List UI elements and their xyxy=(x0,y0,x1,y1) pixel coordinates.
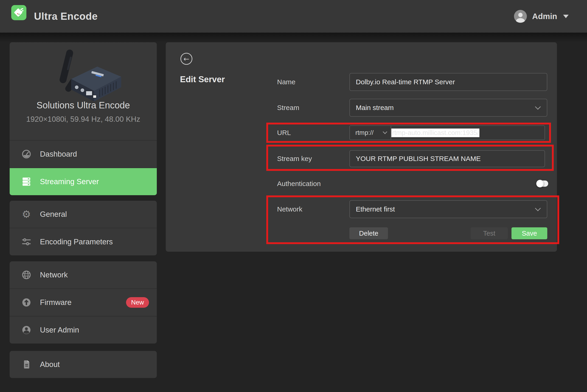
sidebar-panel-general: ⚙ General Encoding Parameters xyxy=(10,201,157,255)
user-name: Admin xyxy=(532,12,557,21)
chevron-down-icon xyxy=(535,104,541,110)
upload-circle-icon xyxy=(21,297,32,308)
app-logo-icon xyxy=(11,5,26,20)
sidebar-item-label: Streaming Server xyxy=(40,177,99,186)
network-select-value: Ethernet first xyxy=(350,205,536,213)
stream-key-input[interactable] xyxy=(350,155,545,162)
ultra-encode-app: Ultra Encode Admin xyxy=(0,0,587,392)
server-icon xyxy=(21,176,32,187)
globe-icon xyxy=(21,270,32,280)
sidebar-panel-network: Network Firmware New User Admin xyxy=(10,261,157,344)
sidebar-item-about[interactable]: About xyxy=(10,351,157,378)
toggle-knob-icon xyxy=(536,180,544,188)
sidebar-panel-device: Solutions Ultra Encode 1920×1080i, 59.94… xyxy=(10,42,157,195)
url-protocol-select[interactable]: rtmp:// xyxy=(350,126,391,140)
authentication-label: Authentication xyxy=(277,179,321,189)
name-input[interactable] xyxy=(350,78,547,86)
avatar xyxy=(514,10,527,23)
gauge-icon xyxy=(21,149,32,159)
chevron-down-icon xyxy=(563,15,569,18)
edit-server-panel: ← Edit Server Name Stream Main stream UR… xyxy=(166,42,557,252)
stream-label: Stream xyxy=(277,99,299,117)
url-field-group: rtmp:// xyxy=(349,126,545,140)
firmware-new-badge: New xyxy=(126,297,149,308)
network-label: Network xyxy=(277,200,302,218)
document-icon xyxy=(21,359,32,370)
user-circle-icon xyxy=(21,325,32,335)
back-button[interactable]: ← xyxy=(180,53,192,65)
sidebar-item-label: Network xyxy=(40,270,68,279)
sidebar-item-firmware[interactable]: Firmware New xyxy=(10,288,157,316)
sidebar-item-label: About xyxy=(40,360,60,369)
sidebar-item-label: User Admin xyxy=(40,326,79,334)
sidebar-item-network[interactable]: Network xyxy=(10,261,157,288)
stream-select-value: Main stream xyxy=(350,104,536,112)
logo-diamond-wifi-icon xyxy=(11,5,26,20)
stream-key-label: Stream key xyxy=(277,150,312,167)
url-input[interactable] xyxy=(391,128,480,137)
device-section: Solutions Ultra Encode 1920×1080i, 59.94… xyxy=(10,42,157,140)
url-label: URL xyxy=(277,126,291,140)
name-label: Name xyxy=(277,73,295,91)
top-bar: Ultra Encode Admin xyxy=(0,0,587,32)
sidebar-item-streaming-server[interactable]: Streaming Server xyxy=(10,168,157,195)
stream-key-field-box xyxy=(349,150,545,167)
url-protocol-value: rtmp:// xyxy=(350,129,383,136)
delete-button[interactable]: Delete xyxy=(349,227,388,239)
sidebar-item-label: Dashboard xyxy=(40,150,77,158)
sidebar-item-label: General xyxy=(40,210,67,218)
sidebar-panel-about: About xyxy=(10,351,157,378)
sidebar-item-label: Encoding Parameters xyxy=(40,238,113,246)
user-menu[interactable]: Admin xyxy=(514,0,569,32)
chevron-down-icon xyxy=(383,130,387,134)
sidebar-item-label: Firmware xyxy=(40,298,72,307)
save-button[interactable]: Save xyxy=(512,227,547,239)
app-title: Ultra Encode xyxy=(34,0,97,32)
test-button[interactable]: Test xyxy=(471,227,508,239)
name-field-box xyxy=(349,73,547,91)
topbar-shadow xyxy=(0,32,587,42)
sidebar-item-dashboard[interactable]: Dashboard xyxy=(10,140,157,168)
sliders-icon xyxy=(21,236,32,247)
sidebar-item-encoding-parameters[interactable]: Encoding Parameters xyxy=(10,228,157,255)
gear-icon: ⚙ xyxy=(21,209,32,220)
url-field-box xyxy=(391,128,545,137)
authentication-toggle[interactable] xyxy=(537,180,548,187)
arrow-left-icon: ← xyxy=(183,55,189,63)
sidebar-item-user-admin[interactable]: User Admin xyxy=(10,316,157,344)
stream-select[interactable]: Main stream xyxy=(349,99,547,117)
chevron-down-icon xyxy=(535,205,541,211)
device-name: Solutions Ultra Encode xyxy=(10,100,157,110)
network-select[interactable]: Ethernet first xyxy=(349,200,547,218)
device-signal-format: 1920×1080i, 59.94 Hz, 48.00 KHz xyxy=(10,115,157,124)
sidebar-item-general[interactable]: ⚙ General xyxy=(10,201,157,228)
device-image xyxy=(46,49,122,102)
page-title: Edit Server xyxy=(180,75,225,84)
